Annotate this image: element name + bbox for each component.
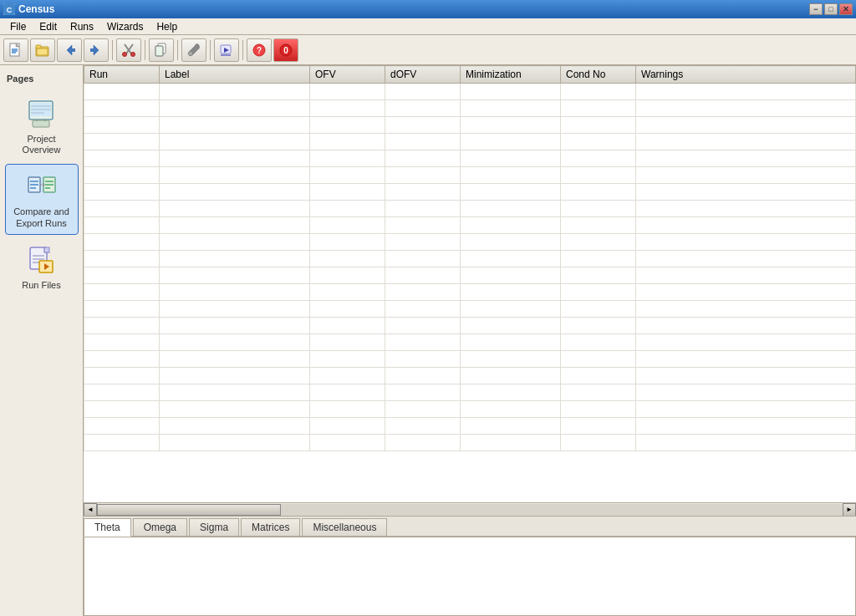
table-row[interactable] xyxy=(84,184,856,201)
open-button[interactable] xyxy=(30,38,55,62)
menu-runs[interactable]: Runs xyxy=(64,19,100,34)
table-area: Run Label OFV dOFV Minimization Cond No … xyxy=(84,65,856,502)
table-row[interactable] xyxy=(84,267,856,284)
svg-text:C: C xyxy=(7,6,13,14)
svg-rect-13 xyxy=(90,48,94,52)
tab-content-area xyxy=(84,537,856,616)
cut-button[interactable] xyxy=(116,38,141,62)
menu-bar: File Edit Runs Wizards Help xyxy=(0,18,856,35)
sidebar-item-label: Project Overview xyxy=(8,134,75,155)
table-row[interactable] xyxy=(84,301,856,318)
copy-button[interactable] xyxy=(149,38,174,62)
toolbar: ? 0 xyxy=(0,35,856,65)
table-row[interactable] xyxy=(84,84,856,100)
table-row[interactable] xyxy=(84,150,856,167)
table-row[interactable] xyxy=(84,201,856,217)
table-row[interactable] xyxy=(84,100,856,117)
app-icon: C xyxy=(3,3,15,15)
sidebar-item-project-overview[interactable]: Project Overview xyxy=(5,92,79,160)
maximize-button[interactable]: □ xyxy=(824,3,838,15)
svg-rect-19 xyxy=(155,46,163,56)
table-row[interactable] xyxy=(84,334,856,351)
svg-point-17 xyxy=(131,52,135,56)
separator-4 xyxy=(210,40,211,60)
back-button[interactable] xyxy=(57,38,82,62)
sidebar-item-run-files[interactable]: Run Files xyxy=(5,238,79,296)
menu-edit[interactable]: Edit xyxy=(33,19,64,34)
close-button[interactable]: ✕ xyxy=(839,3,853,15)
scroll-track[interactable] xyxy=(97,504,843,516)
tab-miscellaneous[interactable]: Miscellaneous xyxy=(302,518,387,536)
svg-rect-33 xyxy=(33,120,49,127)
separator-5 xyxy=(242,40,243,60)
scroll-right-button[interactable]: ► xyxy=(843,503,856,517)
tab-sigma[interactable]: Sigma xyxy=(189,518,239,536)
sidebar-item-compare-label: Compare and Export Runs xyxy=(9,206,74,228)
tab-matrices[interactable]: Matrices xyxy=(241,518,300,536)
new-button[interactable] xyxy=(3,38,28,62)
table-row[interactable] xyxy=(84,284,856,301)
tools-button[interactable] xyxy=(181,38,206,62)
col-ofv: OFV xyxy=(310,66,385,84)
col-label: Label xyxy=(160,66,310,84)
col-cond-no: Cond No xyxy=(561,66,636,84)
svg-point-16 xyxy=(123,52,127,56)
main-layout: Pages Project Overview xyxy=(0,65,856,616)
run-files-icon xyxy=(25,243,59,277)
col-warnings: Warnings xyxy=(636,66,856,84)
tab-bar: Theta Omega Sigma Matrices Miscellaneous xyxy=(84,517,856,537)
svg-rect-23 xyxy=(221,54,231,56)
sidebar-item-runfiles-label: Run Files xyxy=(22,280,60,291)
sidebar-item-compare-export[interactable]: Compare and Export Runs xyxy=(5,164,79,234)
table-row[interactable] xyxy=(84,384,856,401)
sidebar-header: Pages xyxy=(3,72,79,85)
col-dofv: dOFV xyxy=(385,66,461,84)
col-run: Run xyxy=(84,66,160,84)
compare-export-icon xyxy=(25,170,59,203)
svg-rect-11 xyxy=(71,48,75,52)
svg-text:?: ? xyxy=(257,46,262,55)
svg-point-20 xyxy=(189,52,192,55)
table-row[interactable] xyxy=(84,217,856,234)
forward-button[interactable] xyxy=(84,38,109,62)
menu-file[interactable]: File xyxy=(3,19,33,34)
svg-rect-8 xyxy=(36,45,41,48)
content-area: Run Label OFV dOFV Minimization Cond No … xyxy=(84,65,856,616)
help-button[interactable]: ? xyxy=(247,38,272,62)
table-row[interactable] xyxy=(84,117,856,134)
bottom-panel: Theta Omega Sigma Matrices Miscellaneous xyxy=(84,516,856,616)
scroll-left-button[interactable]: ◄ xyxy=(84,503,97,517)
separator-3 xyxy=(177,40,178,60)
table-row[interactable] xyxy=(84,435,856,451)
table-row[interactable] xyxy=(84,351,856,368)
table-row[interactable] xyxy=(84,167,856,184)
scroll-thumb[interactable] xyxy=(97,504,281,516)
sidebar: Pages Project Overview xyxy=(0,65,84,616)
project-overview-icon xyxy=(25,97,59,130)
tab-omega[interactable]: Omega xyxy=(133,518,187,536)
tab-theta[interactable]: Theta xyxy=(84,518,131,537)
svg-rect-9 xyxy=(37,48,48,55)
minimize-button[interactable]: − xyxy=(809,3,823,15)
menu-wizards[interactable]: Wizards xyxy=(100,19,150,34)
col-minimization: Minimization xyxy=(461,66,561,84)
table-row[interactable] xyxy=(84,234,856,251)
svg-rect-48 xyxy=(44,247,49,252)
table-row[interactable] xyxy=(84,368,856,384)
separator-2 xyxy=(145,40,145,60)
run-table: Run Label OFV dOFV Minimization Cond No … xyxy=(84,65,856,451)
menu-help[interactable]: Help xyxy=(150,19,184,34)
window-title: Census xyxy=(18,3,54,15)
horizontal-scrollbar: ◄ ► xyxy=(84,502,856,516)
title-bar: C Census − □ ✕ xyxy=(0,0,856,18)
table-row[interactable] xyxy=(84,251,856,267)
table-row[interactable] xyxy=(84,401,856,418)
table-row[interactable] xyxy=(84,318,856,334)
separator-1 xyxy=(112,40,113,60)
svg-text:0: 0 xyxy=(283,46,288,55)
table-row[interactable] xyxy=(84,418,856,435)
run-button[interactable] xyxy=(214,38,239,62)
table-row[interactable] xyxy=(84,134,856,150)
stop-button[interactable]: 0 xyxy=(273,38,298,62)
